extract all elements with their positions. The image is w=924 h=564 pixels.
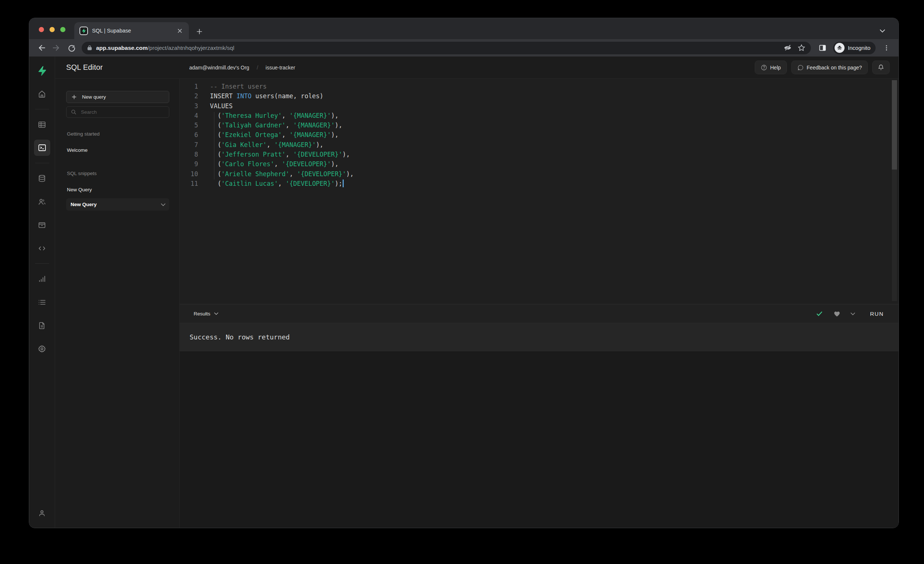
sidebar-item-new-query[interactable]: New Query (67, 187, 169, 192)
supabase-app: SQL Editor adam@windmill.dev's Org / iss… (29, 57, 898, 528)
sql-editor[interactable]: 1-- Insert users2INSERT INTO users(name,… (180, 79, 898, 304)
editor-scrollbar-thumb[interactable] (892, 80, 897, 169)
browser-tab[interactable]: SQL | Supabase (74, 22, 189, 39)
code-line[interactable]: 11 ('Caitlin Lucas', '{DEVELOPER}'); (180, 179, 898, 188)
code-line[interactable]: 7 ('Gia Keller', '{MANAGER}'), (180, 140, 898, 150)
sidebar-divider (35, 263, 49, 264)
account-icon[interactable] (34, 505, 50, 521)
run-button[interactable]: RUN (870, 311, 884, 317)
code-line[interactable]: 2INSERT INTO users(name, roles) (180, 91, 898, 101)
new-query-button-label: New query (82, 94, 106, 100)
lock-icon (87, 45, 92, 51)
edge-functions-icon[interactable] (34, 240, 50, 256)
bell-icon (878, 64, 885, 71)
tab-close-icon[interactable] (176, 28, 184, 34)
active-item-label: New Query (70, 202, 97, 207)
incognito-label: Incognito (848, 45, 870, 51)
code-line[interactable]: 10 ('Arielle Shepherd', '{DEVELOPER}'), (180, 169, 898, 179)
breadcrumb-project[interactable]: issue-tracker (266, 64, 295, 70)
code-line[interactable]: 4 ('Theresa Hurley', '{MANAGER}'), (180, 111, 898, 120)
api-docs-icon[interactable] (34, 317, 50, 334)
sidebar-item-welcome[interactable]: Welcome (67, 147, 169, 153)
supabase-favicon (80, 27, 88, 35)
content-row: New query Search Getting started Welcome… (55, 79, 898, 528)
code-line[interactable]: 6 ('Ezekiel Ortega', '{MANAGER}'), (180, 130, 898, 140)
results-dropdown[interactable]: Results (194, 311, 218, 317)
code-lines: 1-- Insert users2INSERT INTO users(name,… (180, 82, 898, 188)
macos-traffic-lights (39, 27, 65, 32)
page-title: SQL Editor (66, 63, 103, 72)
indent-guide (214, 112, 214, 180)
text-cursor (343, 180, 344, 187)
database-icon[interactable] (34, 170, 50, 187)
breadcrumb-separator: / (256, 64, 258, 70)
zoom-window-button[interactable] (60, 27, 65, 32)
sidebar-item-new-query-active[interactable]: New Query (66, 198, 169, 211)
tab-strip: SQL | Supabase (29, 18, 898, 39)
line-number: 2 (180, 91, 198, 101)
line-number: 6 (180, 130, 198, 140)
new-tab-icon[interactable] (196, 28, 202, 35)
run-options-chevron-icon[interactable] (850, 312, 855, 316)
notifications-button[interactable] (872, 61, 890, 74)
favorite-heart-icon[interactable] (833, 310, 841, 318)
reports-icon[interactable] (34, 271, 50, 287)
breadcrumb: adam@windmill.dev's Org / issue-tracker (189, 64, 295, 70)
results-label: Results (194, 311, 210, 317)
feedback-label: Feedback on this page? (807, 64, 862, 70)
settings-icon[interactable] (34, 341, 50, 357)
incognito-badge[interactable]: Incognito (833, 42, 876, 54)
search-icon (71, 109, 76, 115)
code-line[interactable]: 9 ('Carlo Flores', '{DEVELOPER}'), (180, 159, 898, 169)
supabase-logo-icon[interactable] (34, 63, 50, 79)
results-empty-area (180, 351, 898, 528)
line-number: 3 (180, 101, 198, 111)
storage-icon[interactable] (34, 217, 50, 233)
forward-icon[interactable] (49, 41, 63, 55)
table-editor-icon[interactable] (34, 116, 50, 133)
close-window-button[interactable] (39, 27, 44, 32)
authentication-icon[interactable] (34, 193, 50, 210)
browser-toolbar: app.supabase.com/project/azahtnhqohyjerz… (29, 39, 898, 57)
logs-icon[interactable] (34, 294, 50, 310)
code-line[interactable]: 8 ('Jefferson Pratt', '{DEVELOPER}'), (180, 150, 898, 159)
code-line[interactable]: 1-- Insert users (180, 82, 898, 91)
sql-snippets-section-label: SQL snippets (67, 171, 169, 176)
line-number: 1 (180, 82, 198, 91)
help-button[interactable]: Help (755, 61, 787, 74)
chevron-down-icon (214, 312, 218, 315)
incognito-icon (834, 43, 844, 53)
sql-editor-icon[interactable] (34, 140, 50, 156)
help-circle-icon (760, 64, 767, 71)
results-toolbar: Results RUN (180, 304, 898, 323)
home-icon[interactable] (34, 86, 50, 102)
chevron-down-icon[interactable] (161, 203, 166, 206)
editor-column: 1-- Insert users2INSERT INTO users(name,… (180, 79, 898, 528)
getting-started-section-label: Getting started (67, 131, 169, 137)
main-column: SQL Editor adam@windmill.dev's Org / iss… (55, 57, 898, 528)
feedback-button[interactable]: Feedback on this page? (791, 61, 868, 74)
side-panel-icon[interactable] (815, 41, 830, 55)
tab-title: SQL | Supabase (92, 28, 172, 34)
line-number: 8 (180, 150, 198, 159)
address-bar[interactable]: app.supabase.com/project/azahtnhqohyjerz… (82, 42, 811, 54)
browser-menu-icon[interactable] (879, 41, 893, 55)
back-icon[interactable] (34, 41, 48, 55)
minimize-window-button[interactable] (50, 27, 55, 32)
tab-search-chevron-icon[interactable] (880, 29, 885, 33)
reload-icon[interactable] (64, 41, 78, 55)
line-number: 5 (180, 120, 198, 130)
sidebar-divider (35, 109, 49, 109)
bookmark-star-icon[interactable] (797, 43, 806, 52)
search-input[interactable]: Search (66, 106, 169, 118)
new-query-button[interactable]: New query (66, 91, 169, 103)
code-line[interactable]: 5 ('Taliyah Gardner', '{MANAGER}'), (180, 120, 898, 130)
breadcrumb-org[interactable]: adam@windmill.dev's Org (189, 64, 249, 70)
app-header: SQL Editor adam@windmill.dev's Org / iss… (55, 57, 898, 79)
line-number: 7 (180, 140, 198, 150)
eye-off-icon[interactable] (783, 43, 792, 52)
line-number: 11 (180, 179, 198, 188)
success-check-icon (815, 310, 824, 318)
code-line[interactable]: 3VALUES (180, 101, 898, 111)
nav-sidebar (29, 57, 55, 528)
